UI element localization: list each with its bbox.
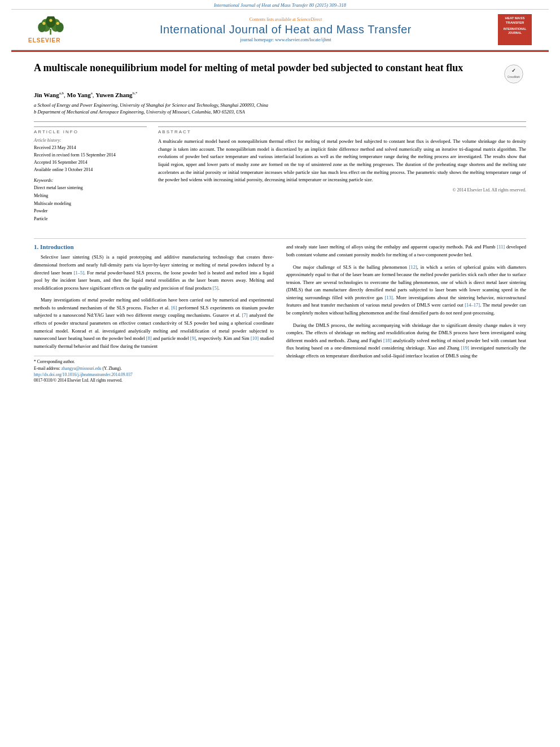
article-title: A multiscale nonequilibrium model for me… xyxy=(34,61,492,75)
received-revised-date: Received in revised form 15 September 20… xyxy=(34,152,147,159)
keyword-4: Powder xyxy=(34,207,147,215)
journal-title: International Journal of Heat and Mass T… xyxy=(79,23,492,36)
received-date: Received 23 May 2014 xyxy=(34,145,147,152)
body-two-col: 1. Introduction Selective laser sinterin… xyxy=(34,243,526,384)
keyword-3: Multiscale modeling xyxy=(34,200,147,208)
header-divider xyxy=(34,121,526,122)
journal-logo-box: HEAT MASS TRANSFER INTERNATIONALJOURNAL xyxy=(498,14,532,45)
svg-point-6 xyxy=(42,21,45,24)
abstract-text: A multiscale numerical model based on no… xyxy=(158,138,526,184)
article-info-col: ARTICLE INFO Article history: Received 2… xyxy=(34,126,147,222)
sciencedirect-brand[interactable]: ScienceDirect xyxy=(297,17,322,22)
intro-para2: Many investigations of metal powder melt… xyxy=(34,296,274,350)
svg-text:✓: ✓ xyxy=(511,68,516,73)
doi-link[interactable]: http://dx.doi.org/10.1016/j.ijheatmasstr… xyxy=(34,372,274,377)
header-center: Contents lists available at ScienceDirec… xyxy=(79,17,492,42)
body-divider xyxy=(34,238,526,239)
affiliation-b: b Department of Mechanical and Aerospace… xyxy=(34,108,526,116)
footnote-email: E-mail address: zhangyu@missouri.edu (Y.… xyxy=(34,365,274,372)
keyword-1: Direct metal laser sintering xyxy=(34,184,147,192)
journal-reference-bar: International Journal of Heat and Mass T… xyxy=(0,0,560,9)
affiliations: a School of Energy and Power Engineering… xyxy=(34,102,526,116)
right-para1: and steady state laser melting of alloys… xyxy=(286,243,526,259)
available-date: Available online 3 October 2014 xyxy=(34,167,147,174)
body-left-col: 1. Introduction Selective laser sinterin… xyxy=(34,243,274,384)
svg-rect-0 xyxy=(50,28,51,34)
crossmark-badge: ✓ CrossMark xyxy=(504,64,526,85)
svg-point-8 xyxy=(49,19,52,21)
affiliation-a: a School of Energy and Power Engineering… xyxy=(34,102,526,109)
svg-point-7 xyxy=(56,21,59,24)
journal-reference-text: International Journal of Heat and Mass T… xyxy=(214,2,346,8)
footnote-section: * Corresponding author. E-mail address: … xyxy=(34,356,274,384)
intro-heading: 1. Introduction xyxy=(34,243,274,250)
body-section: 1. Introduction Selective laser sinterin… xyxy=(0,228,560,390)
copyright-text: © 2014 Elsevier Ltd. All rights reserved… xyxy=(158,187,526,193)
article-title-row: A multiscale nonequilibrium model for me… xyxy=(34,61,526,85)
article-info-label: ARTICLE INFO xyxy=(34,126,147,134)
svg-text:CrossMark: CrossMark xyxy=(508,76,520,78)
footnote-email-link[interactable]: zhangyu@missouri.edu xyxy=(62,366,102,371)
intro-para1: Selective laser sintering (SLS) is a rap… xyxy=(34,254,274,292)
info-abstract-cols: ARTICLE INFO Article history: Received 2… xyxy=(34,126,526,222)
sciencedirect-link: Contents lists available at ScienceDirec… xyxy=(79,17,492,22)
history-label: Article history: xyxy=(34,138,147,143)
keyword-5: Particle xyxy=(34,215,147,223)
crossmark-icon: ✓ CrossMark xyxy=(504,64,524,84)
homepage-url[interactable]: www.elsevier.com/locate/ijhmt xyxy=(275,37,331,42)
right-para3: During the DMLS process, the melting acc… xyxy=(286,322,526,360)
elsevier-tree-icon xyxy=(28,16,73,36)
journal-logo-area: HEAT MASS TRANSFER INTERNATIONALJOURNAL xyxy=(492,14,532,45)
body-right-col: and steady state laser melting of alloys… xyxy=(286,243,526,384)
keyword-2: Melting xyxy=(34,192,147,200)
elsevier-wordmark: ELSEVIER xyxy=(28,37,60,43)
authors-line: Jin Wanga,b, Mo Yanga, Yuwen Zhangb,* xyxy=(34,91,526,98)
abstract-label: ABSTRACT xyxy=(158,126,526,134)
abstract-col: ABSTRACT A multiscale numerical model ba… xyxy=(158,126,526,222)
elsevier-logo: ELSEVIER xyxy=(28,16,79,43)
journal-header: ELSEVIER Contents lists available at Sci… xyxy=(11,9,549,50)
journal-homepage: journal homepage: www.elsevier.com/locat… xyxy=(79,37,492,42)
keywords-label: Keywords: xyxy=(34,178,147,183)
right-para2: One major challenge of SLS is the ballin… xyxy=(286,264,526,317)
issn-text: 0017-9310/© 2014 Elsevier Ltd. All right… xyxy=(34,377,274,384)
article-section: A multiscale nonequilibrium model for me… xyxy=(0,52,560,228)
accepted-date: Accepted 16 September 2014 xyxy=(34,159,147,167)
footnote-corresponding: * Corresponding author. xyxy=(34,359,274,365)
